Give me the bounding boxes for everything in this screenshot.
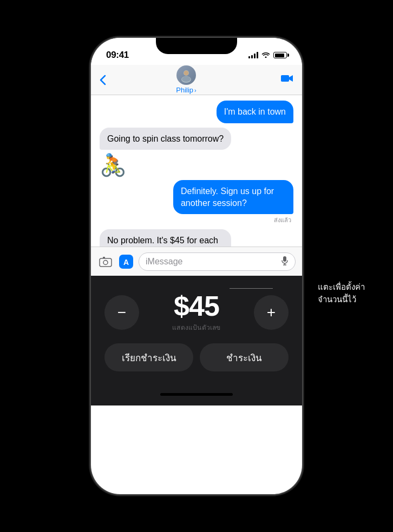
message-row: Going to spin class tomorrow? (100, 128, 293, 150)
amount-value: $45 (174, 292, 219, 320)
annotation-line (230, 288, 273, 289)
home-indicator (160, 393, 233, 396)
wifi-icon (261, 51, 270, 59)
svg-point-3 (182, 77, 191, 82)
message-row: 🚴 (100, 154, 293, 176)
svg-point-2 (184, 71, 189, 76)
signal-icon (248, 52, 258, 58)
payment-panel: − $45 แสดงแป้นตัวเลข + เรียกชำระเงิน ชำร… (91, 276, 302, 393)
contact-info[interactable]: Philip › (176, 65, 196, 94)
contact-name: Philip › (176, 86, 196, 94)
message-row: Definitely. Sign us up for another sessi… (100, 180, 293, 225)
app-store-button[interactable]: A (118, 254, 134, 270)
minus-button[interactable]: − (104, 295, 139, 330)
chevron-icon: › (194, 87, 196, 94)
svg-rect-7 (103, 257, 105, 258)
emoji-message: 🚴 (100, 154, 127, 176)
message-bubble: I'm back in town (217, 101, 293, 123)
message-row: I'm back in town (100, 101, 293, 123)
nav-right (266, 74, 293, 86)
messages-area: I'm back in town Going to spin class tom… (91, 95, 302, 247)
battery-icon (273, 52, 287, 58)
annotation-text: แตะเพื่อตั้งค่า จำนวนนี้ไว้ (318, 281, 365, 305)
avatar (176, 65, 196, 85)
message-status: ส่งแล้ว (274, 215, 293, 225)
payment-buttons: เรียกชำระเงิน ชำระเงิน (104, 343, 289, 371)
status-time: 09:41 (106, 50, 129, 61)
camera-button[interactable] (97, 254, 114, 270)
amount-subtitle[interactable]: แสดงแป้นตัวเลข (172, 322, 220, 332)
svg-point-6 (103, 260, 108, 264)
back-button[interactable] (100, 75, 106, 85)
svg-rect-4 (281, 75, 289, 82)
input-placeholder: iMessage (146, 257, 182, 267)
input-bar: A iMessage (91, 247, 302, 276)
request-payment-button[interactable]: เรียกชำระเงิน (104, 343, 193, 371)
message-bubble: Going to spin class tomorrow? (100, 128, 231, 150)
amount-display: $45 แสดงแป้นตัวเลข (139, 292, 254, 332)
svg-rect-10 (283, 256, 286, 262)
message-bubble[interactable]: No problem. It's $45 for each of us. (100, 229, 231, 247)
microphone-icon[interactable] (281, 256, 289, 268)
svg-text:A: A (123, 258, 129, 267)
notch (156, 38, 237, 54)
message-bubble: Definitely. Sign us up for another sessi… (173, 180, 293, 214)
svg-rect-5 (100, 258, 112, 267)
status-icons (248, 51, 287, 59)
message-input[interactable]: iMessage (139, 252, 296, 271)
annotation-container: แตะเพื่อตั้งค่า จำนวนนี้ไว้ (318, 281, 365, 305)
message-row: No problem. It's $45 for each of us. (100, 229, 293, 247)
video-call-icon[interactable] (280, 74, 293, 86)
nav-bar: Philip › (91, 65, 302, 95)
pay-button[interactable]: ชำระเงิน (200, 343, 289, 371)
plus-button[interactable]: + (254, 295, 289, 330)
phone-frame: 09:41 (91, 38, 302, 494)
amount-row: − $45 แสดงแป้นตัวเลข + (104, 292, 289, 332)
